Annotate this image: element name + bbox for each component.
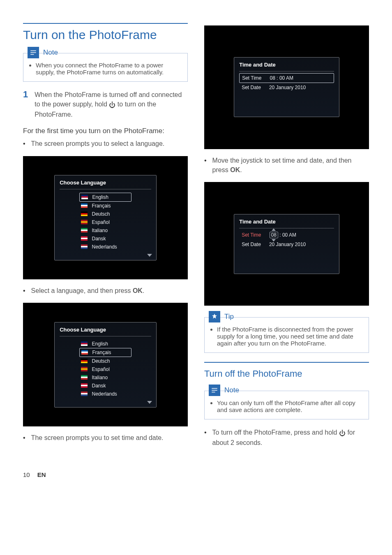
- set-time-label: Set Time: [242, 75, 261, 81]
- note-icon: [209, 385, 220, 396]
- bullet-move-joystick-c: .: [240, 166, 242, 173]
- screenshot-choose-language-1: Choose Language EnglishFrançaisDeutschEs…: [23, 156, 188, 280]
- set-date-value: 20 January 2010: [269, 85, 332, 90]
- tip-callout: Tip If the PhotoFrame is disconnected fr…: [204, 317, 369, 353]
- language-item: Dansk: [79, 382, 131, 390]
- set-date-value-2: 20 January 2010: [269, 242, 332, 247]
- td-title-2: Time and Date: [239, 219, 334, 225]
- language-label: English: [92, 341, 108, 347]
- language-label: Français: [92, 350, 111, 355]
- hour-spinner: 08: [270, 232, 278, 238]
- set-time-value: 08 : 00 AM: [270, 75, 331, 81]
- language-item: Italiano: [79, 373, 131, 382]
- language-item: Dansk: [79, 235, 131, 243]
- svg-rect-7: [81, 205, 88, 207]
- language-label: Deutsch: [92, 358, 110, 364]
- svg-rect-22: [81, 246, 88, 248]
- note-label-2: Note: [224, 386, 239, 394]
- svg-rect-34: [81, 368, 88, 370]
- language-item: Deutsch: [79, 357, 131, 365]
- language-label: Français: [92, 203, 111, 209]
- bullet-set-time-prompt: The screen prompts you to set time and d…: [31, 433, 164, 442]
- language-item: Deutsch: [79, 210, 131, 218]
- svg-rect-19: [81, 238, 88, 240]
- note-callout: Note When you connect the PhotoFrame to …: [23, 53, 188, 82]
- hour-rest: : 00 AM: [278, 232, 296, 238]
- first-time-subhead: For the first time you turn on the Photo…: [23, 126, 188, 136]
- set-date-label-2: Set Date: [242, 242, 261, 247]
- note-icon: [28, 47, 39, 58]
- language-item: English: [79, 340, 131, 348]
- svg-rect-20: [81, 240, 88, 241]
- page-footer: 10 EN: [23, 471, 369, 478]
- language-label: Español: [92, 366, 109, 372]
- td-title-1: Time and Date: [239, 62, 334, 68]
- svg-rect-17: [81, 231, 88, 233]
- chevron-down-icon: [147, 254, 152, 257]
- heading-turn-on: Turn on the PhotoFrame: [23, 28, 188, 41]
- language-item: English: [79, 193, 131, 202]
- svg-rect-31: [81, 360, 88, 362]
- ok-label-1: OK: [133, 287, 143, 294]
- language-label: Deutsch: [92, 211, 110, 217]
- svg-rect-32: [81, 362, 88, 364]
- set-date-row: Set Date 20 January 2010: [239, 83, 334, 92]
- svg-rect-35: [81, 370, 88, 372]
- svg-rect-28: [81, 352, 88, 353]
- lang-menu-title-2: Choose Language: [60, 327, 151, 333]
- svg-rect-23: [81, 248, 88, 249]
- tip-label: Tip: [224, 313, 234, 321]
- language-label: English: [92, 194, 108, 200]
- svg-rect-37: [81, 377, 88, 378]
- note-callout-2: Note You can only turn off the PhotoFram…: [204, 391, 369, 419]
- chevron-down-icon: [147, 401, 152, 404]
- bullet-select-language-c: .: [143, 287, 144, 294]
- svg-rect-41: [81, 387, 88, 388]
- heading-turn-off: Turn off the PhotoFrame: [204, 368, 369, 379]
- svg-rect-5: [81, 198, 88, 200]
- step-1-text-a: When the PhotoFrame is turned off and co…: [35, 91, 182, 108]
- language-label: Dansk: [92, 236, 106, 242]
- set-date-row-2: Set Date 20 January 2010: [239, 240, 334, 249]
- tip-text: If the PhotoFrame is disconnected from t…: [217, 326, 364, 347]
- language-label: Nederlands: [92, 244, 117, 250]
- set-date-label: Set Date: [242, 85, 261, 90]
- language-label: Español: [92, 219, 109, 225]
- language-label: Italiano: [92, 375, 108, 380]
- svg-rect-13: [81, 221, 88, 223]
- svg-rect-16: [81, 230, 88, 231]
- language-item: Italiano: [79, 226, 131, 235]
- power-icon: ⏻: [339, 430, 346, 437]
- hour-value: 08: [271, 232, 277, 238]
- bullet-turn-off-a: To turn off the PhotoFrame, press and ho…: [212, 429, 339, 436]
- page-lang: EN: [37, 471, 46, 478]
- bullet-select-language-prompt: The screen prompts you to select a langu…: [31, 139, 165, 148]
- svg-rect-25: [81, 343, 88, 345]
- set-time-row: Set Time 08 : 00 AM: [239, 73, 334, 83]
- language-item: Français: [79, 348, 131, 357]
- svg-rect-4: [81, 196, 88, 198]
- note-text-2: You can only turn off the PhotoFrame aft…: [217, 399, 364, 413]
- note-label: Note: [43, 48, 58, 57]
- svg-rect-11: [81, 215, 88, 216]
- bullet-select-language-a: Select a language, and then press: [31, 287, 133, 294]
- lang-menu-title-1: Choose Language: [60, 180, 151, 186]
- language-label: Italiano: [92, 228, 108, 233]
- page-number: 10: [23, 471, 30, 478]
- step-1-number: 1: [23, 90, 28, 120]
- svg-rect-10: [81, 213, 88, 215]
- svg-rect-8: [81, 207, 88, 208]
- language-label: Nederlands: [92, 391, 117, 397]
- language-label: Dansk: [92, 383, 106, 389]
- power-icon: ⏻: [109, 101, 115, 108]
- svg-rect-43: [81, 393, 88, 395]
- screenshot-time-date-2: Time and Date Set Time 08 : 00 AM Set Da…: [204, 182, 369, 306]
- set-time-label-2: Set Time: [242, 232, 261, 238]
- language-item: Nederlands: [79, 243, 131, 251]
- svg-rect-44: [81, 395, 88, 396]
- step-1: 1 When the PhotoFrame is turned off and …: [23, 90, 188, 120]
- svg-rect-38: [81, 378, 88, 380]
- tip-icon: [209, 311, 220, 322]
- svg-rect-40: [81, 385, 88, 387]
- set-time-row-edit: Set Time 08 : 00 AM: [239, 230, 334, 240]
